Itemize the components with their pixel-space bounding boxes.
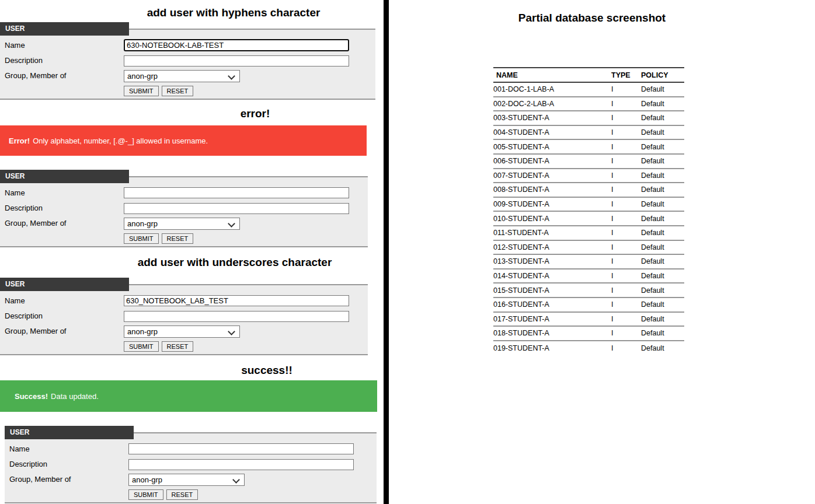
cell-type: I	[611, 342, 641, 355]
cell-policy: Default	[641, 141, 684, 153]
cell-type: I	[611, 141, 641, 153]
cell-name: 002-DOC-2-LAB-A	[493, 97, 611, 110]
chevron-down-icon	[228, 72, 235, 80]
error-banner-message: Only alphabet, number, [.@-_] allowed in…	[33, 136, 208, 145]
cell-name: 003-STUDENT-A	[493, 111, 611, 124]
form-buttons: SUBMITRESET	[124, 85, 196, 96]
vertical-divider	[384, 0, 389, 504]
cell-policy: Default	[641, 183, 684, 196]
success-banner-message: Data updated.	[51, 392, 99, 401]
reset-button[interactable]: RESET	[162, 86, 194, 96]
name-input[interactable]	[124, 39, 349, 51]
description-input[interactable]	[124, 55, 349, 66]
error-banner-strong: Error!	[9, 136, 30, 145]
group-select[interactable]: anon-grp	[124, 218, 240, 230]
reset-button[interactable]: RESET	[162, 341, 194, 352]
group-select-value: anon-grp	[132, 475, 162, 484]
submit-button[interactable]: SUBMIT	[124, 341, 159, 352]
user-form-panel: USERNameDescriptionGroup, Member ofanon-…	[0, 29, 375, 100]
cell-type: I	[611, 284, 641, 297]
user-form-header: USER	[5, 426, 134, 439]
group-select[interactable]: anon-grp	[124, 326, 240, 338]
cell-policy: Default	[641, 241, 684, 254]
cell-policy: Default	[641, 284, 684, 297]
table-row: 016-STUDENT-AIDefault	[493, 298, 684, 313]
table-row: 015-STUDENT-AIDefault	[493, 284, 684, 298]
cell-name: 014-STUDENT-A	[493, 270, 611, 282]
group-select[interactable]: anon-grp	[128, 474, 245, 486]
cell-type: I	[611, 155, 641, 167]
user-form-header: USER	[0, 22, 129, 36]
table-row: 013-STUDENT-AIDefault	[493, 255, 684, 270]
group-select-value: anon-grp	[127, 219, 158, 228]
header-policy: POLICY	[641, 69, 684, 82]
table-row: 004-STUDENT-AIDefault	[493, 126, 684, 141]
cell-type: I	[611, 226, 641, 239]
cell-name: 016-STUDENT-A	[493, 298, 611, 311]
cell-name: 001-DOC-1-LAB-A	[493, 83, 611, 96]
form-buttons: SUBMITRESET	[124, 233, 196, 244]
user-form-header: USER	[0, 170, 129, 183]
cell-type: I	[611, 212, 641, 225]
cell-name: 010-STUDENT-A	[493, 212, 611, 225]
cell-type: I	[611, 241, 641, 254]
cell-name: 008-STUDENT-A	[493, 183, 611, 196]
cell-type: I	[611, 97, 641, 110]
success-banner: Success!Data updated.	[0, 380, 377, 412]
description-input[interactable]	[124, 311, 349, 322]
error-banner: Error!Only alphabet, number, [.@-_] allo…	[0, 125, 367, 156]
table-header-row: NAMETYPEPOLICY	[493, 67, 684, 83]
group-label: Group, Member of	[5, 71, 67, 80]
submit-button[interactable]: SUBMIT	[124, 86, 159, 96]
left-column: add user with hyphens characterUSERNameD…	[0, 0, 384, 504]
reset-button[interactable]: RESET	[166, 489, 198, 500]
cell-policy: Default	[641, 212, 684, 225]
chevron-down-icon	[228, 220, 235, 228]
cell-name: 009-STUDENT-A	[493, 198, 611, 211]
chevron-down-icon	[228, 328, 235, 335]
cell-name: 004-STUDENT-A	[493, 126, 611, 139]
user-form-header: USER	[0, 278, 129, 291]
header-name: NAME	[493, 69, 611, 82]
cell-name: 011-STUDENT-A	[493, 226, 611, 239]
table-row: 001-DOC-1-LAB-AIDefault	[493, 83, 684, 97]
table-row: 006-STUDENT-AIDefault	[493, 155, 684, 169]
name-input[interactable]	[124, 187, 349, 198]
group-label: Group, Member of	[5, 219, 67, 228]
cell-policy: Default	[641, 155, 684, 167]
user-form-panel: USERNameDescriptionGroup, Member ofanon-…	[0, 284, 368, 355]
cell-policy: Default	[641, 298, 684, 311]
cell-policy: Default	[641, 169, 684, 182]
cell-type: I	[611, 169, 641, 182]
cell-policy: Default	[641, 327, 684, 340]
name-input[interactable]	[124, 295, 349, 306]
description-input[interactable]	[128, 459, 354, 470]
chevron-down-icon	[232, 476, 240, 484]
section-title: add user with hyphens character	[147, 6, 321, 19]
cell-name: 005-STUDENT-A	[493, 141, 611, 153]
cell-name: 018-STUDENT-A	[493, 327, 611, 340]
group-label: Group, Member of	[9, 475, 71, 484]
submit-button[interactable]: SUBMIT	[128, 489, 163, 500]
cell-type: I	[611, 198, 641, 211]
name-input[interactable]	[128, 443, 354, 454]
user-form-panel: USERNameDescriptionGroup, Member ofanon-…	[0, 176, 368, 247]
section-title: success!!	[241, 364, 292, 377]
cell-policy: Default	[641, 83, 684, 96]
cell-type: I	[611, 183, 641, 196]
table-row: 011-STUDENT-AIDefault	[493, 226, 684, 241]
submit-button[interactable]: SUBMIT	[124, 233, 159, 244]
cell-type: I	[611, 255, 641, 268]
cell-policy: Default	[641, 226, 684, 239]
cell-type: I	[611, 126, 641, 139]
cell-type: I	[611, 270, 641, 282]
name-label: Name	[5, 188, 25, 197]
cell-name: 013-STUDENT-A	[493, 255, 611, 268]
description-input[interactable]	[124, 203, 349, 214]
database-screenshot-title: Partial database screenshot	[518, 12, 666, 24]
section-title: add user with underscores character	[138, 256, 332, 269]
reset-button[interactable]: RESET	[162, 233, 194, 244]
group-select-value: anon-grp	[127, 327, 158, 336]
name-label: Name	[5, 41, 25, 50]
group-select[interactable]: anon-grp	[124, 70, 240, 82]
